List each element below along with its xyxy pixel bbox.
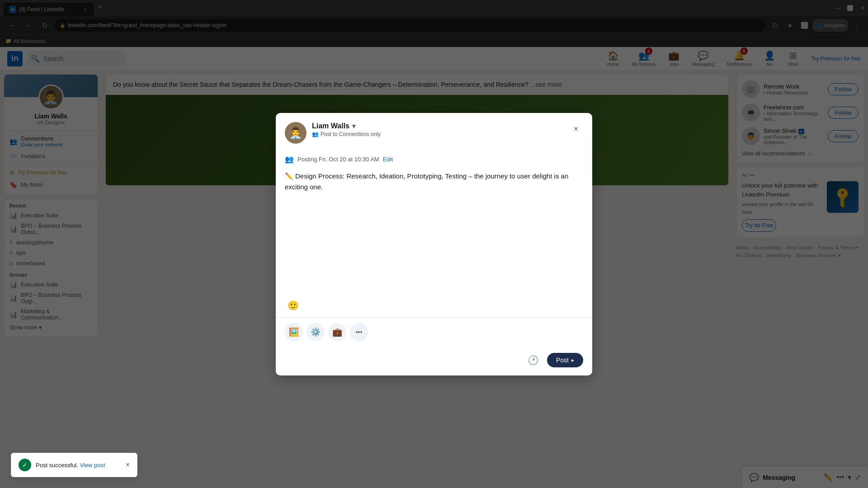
modal-name-text: Liam Walls bbox=[312, 122, 349, 130]
toast-view-post-link[interactable]: View post bbox=[80, 462, 105, 469]
schedule-people-icon: 👥 bbox=[285, 155, 294, 164]
modal-footer: 🕐 Post ▸ bbox=[276, 348, 592, 375]
toast-notification: ✓ Post successful. View post × bbox=[11, 453, 137, 477]
modal-user-name: Liam Walls ▾ bbox=[312, 122, 569, 130]
post-submit-button[interactable]: Post ▸ bbox=[547, 353, 583, 367]
connections-audience-icon: 👥 bbox=[312, 131, 319, 137]
edit-schedule-link[interactable]: Edit bbox=[383, 156, 393, 163]
post-modal: 👨‍💼 Liam Walls ▾ 👥 Post to Connections o… bbox=[276, 113, 592, 375]
modal-avatar: 👨‍💼 bbox=[285, 122, 307, 144]
pencil-emoji: ✏️ bbox=[285, 172, 293, 180]
modal-overlay[interactable]: 👨‍💼 Liam Walls ▾ 👥 Post to Connections o… bbox=[0, 0, 868, 488]
toast-text: Post successful. View post bbox=[36, 462, 121, 469]
modal-body[interactable]: ✏️Design Process: Research, Ideation, Pr… bbox=[276, 167, 592, 294]
create-event-button[interactable]: 💼 bbox=[328, 323, 346, 341]
modal-schedule-bar: 👥 Posting Fri, Oct 20 at 10:30 AM Edit bbox=[276, 151, 592, 167]
modal-content-text[interactable]: ✏️Design Process: Research, Ideation, Pr… bbox=[285, 171, 583, 192]
emoji-picker-button[interactable]: 🙂 bbox=[285, 297, 301, 314]
submit-arrow-icon: ▸ bbox=[571, 357, 574, 363]
modal-emoji-bar: 🙂 bbox=[276, 294, 592, 317]
schedule-clock-button[interactable]: 🕐 bbox=[525, 352, 542, 368]
toast-success-icon: ✓ bbox=[19, 459, 31, 471]
toast-close-button[interactable]: × bbox=[126, 461, 130, 469]
toast-message: Post successful. bbox=[36, 462, 78, 469]
modal-close-button[interactable]: × bbox=[569, 122, 583, 136]
submit-label: Post bbox=[556, 357, 569, 364]
modal-header: 👨‍💼 Liam Walls ▾ 👥 Post to Connections o… bbox=[276, 113, 592, 151]
dropdown-icon[interactable]: ▾ bbox=[352, 122, 355, 130]
more-options-button[interactable]: ••• bbox=[350, 323, 368, 341]
add-media-button[interactable]: 🖼️ bbox=[285, 323, 303, 341]
modal-toolbar: 🖼️ ⚙️ 💼 ••• bbox=[276, 317, 592, 348]
modal-user-sub: 👥 Post to Connections only bbox=[312, 131, 569, 137]
schedule-text: Posting Fri, Oct 20 at 10:30 AM bbox=[297, 156, 379, 163]
add-document-button[interactable]: ⚙️ bbox=[307, 323, 325, 341]
modal-sub-text: Post to Connections only bbox=[321, 131, 381, 137]
modal-post-text: Design Process: Research, Ideation, Prot… bbox=[285, 172, 568, 191]
modal-user-info: Liam Walls ▾ 👥 Post to Connections only bbox=[312, 122, 569, 137]
